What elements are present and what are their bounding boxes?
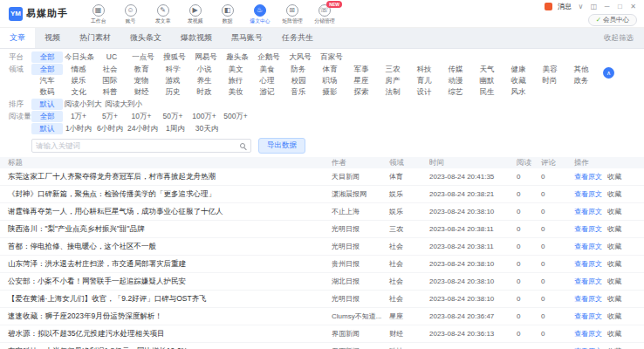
filter-chip[interactable]: 500万+ xyxy=(220,111,251,122)
favorite-link[interactable]: 收藏 xyxy=(607,190,621,198)
filter-chip[interactable]: 百家号 xyxy=(316,51,347,63)
view-original-link[interactable]: 查看原文 xyxy=(574,243,602,250)
filter-chip[interactable]: 24小时内 xyxy=(126,123,160,134)
row-title[interactable]: 山东菏泽：洪水退去村庄扫淤，市交通局部署灾后重建 xyxy=(0,259,332,270)
theme-icon[interactable]: ◫ xyxy=(590,3,598,10)
filter-chip[interactable]: 风水 xyxy=(503,86,534,98)
tab-文章[interactable]: 文章 xyxy=(0,28,35,48)
filter-chip[interactable]: 30天内 xyxy=(191,123,223,134)
view-original-link[interactable]: 查看原文 xyxy=(574,208,602,216)
filter-chip[interactable]: 防务 xyxy=(283,64,314,75)
filter-chip[interactable]: 阅读大到小 xyxy=(104,99,145,110)
filter-chip[interactable]: 校园 xyxy=(283,75,314,86)
view-original-link[interactable]: 查看原文 xyxy=(574,295,602,303)
filter-chip[interactable]: 10万+ xyxy=(126,111,157,122)
filter-chip[interactable]: 心理 xyxy=(251,75,283,86)
filter-chip[interactable]: 大风号 xyxy=(284,51,316,63)
filter-chip[interactable]: 幽默 xyxy=(471,75,503,86)
filter-chip[interactable]: 趣头条 xyxy=(222,51,253,63)
user-name[interactable]: 消息 xyxy=(558,2,572,11)
filter-chip[interactable]: 养生 xyxy=(188,75,220,86)
favorite-link[interactable]: 收藏 xyxy=(607,225,621,233)
filter-chip[interactable]: 综艺 xyxy=(440,86,471,98)
tab-任务共生[interactable]: 任务共生 xyxy=(272,28,323,48)
filter-chip[interactable]: 汽车 xyxy=(31,75,63,86)
favorite-link[interactable]: 收藏 xyxy=(607,277,621,285)
nav-item-matrix[interactable]: ⊞矩阵管理 xyxy=(276,3,308,25)
filter-chip[interactable]: 旅行 xyxy=(220,75,251,86)
filter-chip[interactable]: 网易号 xyxy=(190,51,222,63)
filter-chip[interactable]: 财经 xyxy=(126,86,157,98)
view-original-link[interactable]: 查看原文 xyxy=(574,260,602,268)
filter-chip[interactable]: 科技 xyxy=(408,64,440,75)
filter-chip[interactable]: 游戏 xyxy=(157,75,188,86)
filter-chip[interactable]: 小说 xyxy=(188,64,220,75)
row-title[interactable]: 东莞这家工厂十人齐聚夺得龙舟赛冠军后，村市再掀起龙舟热潮 xyxy=(0,172,332,182)
nav-item-distribution[interactable]: ☏分销管理NEW xyxy=(308,3,340,25)
row-title[interactable]: 左安科技：上半年归母净利润1.8亿元，同比增长19.6% xyxy=(0,346,332,349)
nav-item-hot-article[interactable]: ♨爆文中心 xyxy=(243,3,276,25)
tab-热门素材[interactable]: 热门素材 xyxy=(70,28,120,48)
tab-爆款视频[interactable]: 爆款视频 xyxy=(171,28,222,48)
search-icon[interactable] xyxy=(240,143,245,148)
tab-黑马账号[interactable]: 黑马账号 xyxy=(222,28,272,48)
chevron-down-icon[interactable]: ∨ xyxy=(577,3,585,10)
filter-chip[interactable]: 全部 xyxy=(31,64,63,75)
filter-chip[interactable]: 教育 xyxy=(126,64,157,75)
filter-chip[interactable]: 育儿 xyxy=(408,75,440,86)
filter-chip[interactable]: 动漫 xyxy=(440,75,471,86)
filter-chip[interactable]: 5万+ xyxy=(94,111,126,122)
filter-chip[interactable]: 6小时内 xyxy=(94,123,126,134)
favorite-link[interactable]: 收藏 xyxy=(607,312,621,320)
filter-chip[interactable]: 游记 xyxy=(251,86,283,98)
filter-chip[interactable]: 全部 xyxy=(31,51,63,63)
filter-chip[interactable]: 军事 xyxy=(346,64,377,75)
filter-chip[interactable]: 三农 xyxy=(377,64,408,75)
filter-chip[interactable]: 国际 xyxy=(94,75,126,86)
collapse-filter-link[interactable]: 收起筛选 xyxy=(604,28,634,49)
filter-chip[interactable]: 天气 xyxy=(471,64,503,75)
tab-微头条文[interactable]: 微头条文 xyxy=(120,28,171,48)
collapse-chevron-button[interactable]: ∧ xyxy=(603,67,614,79)
filter-chip[interactable]: 50万+ xyxy=(157,111,188,122)
filter-chip[interactable]: 文化 xyxy=(63,86,94,98)
tab-视频[interactable]: 视频 xyxy=(35,28,70,48)
row-title[interactable]: 《封神》口碑新篇，聚焦点：检验传播美学的「更多追求心理」 xyxy=(0,189,332,200)
filter-chip[interactable]: 科普 xyxy=(94,86,126,98)
row-title[interactable]: 【爱在黄浦·上海女儿们】收官，「9.2好评」口碑与OST齐飞 xyxy=(0,294,332,305)
close-icon[interactable]: ✕ xyxy=(629,3,637,10)
filter-chip[interactable]: 其他 xyxy=(565,64,597,75)
filter-chip[interactable]: 收藏 xyxy=(503,75,534,86)
view-original-link[interactable]: 查看原文 xyxy=(574,173,602,181)
filter-chip[interactable]: 默认 xyxy=(31,123,63,134)
filter-chip[interactable]: 科学 xyxy=(157,64,188,75)
filter-chip[interactable]: 历史 xyxy=(157,86,188,98)
row-title[interactable]: 碧水源：拟以不超35亿元投建污水处理相关项目 xyxy=(0,329,332,339)
favorite-link[interactable]: 收藏 xyxy=(607,295,621,303)
member-center-button[interactable]: ✓会员中心 xyxy=(588,14,637,26)
filter-chip[interactable]: 社会 xyxy=(94,64,126,75)
filter-chip[interactable]: 搜狐号 xyxy=(159,51,190,63)
filter-chip[interactable]: 1小时内 xyxy=(63,123,94,134)
view-original-link[interactable]: 查看原文 xyxy=(574,330,602,338)
filter-chip[interactable]: 数码 xyxy=(31,86,63,98)
view-original-link[interactable]: 查看原文 xyxy=(574,312,602,320)
filter-chip[interactable]: 音乐 xyxy=(283,86,314,98)
filter-chip[interactable]: 民生 xyxy=(471,86,503,98)
favorite-link[interactable]: 收藏 xyxy=(607,260,621,268)
filter-chip[interactable]: 政务 xyxy=(565,75,597,86)
filter-chip[interactable]: 美食 xyxy=(251,64,283,75)
nav-item-account[interactable]: ☺账号 xyxy=(114,3,147,25)
filter-chip[interactable]: 法制 xyxy=(377,86,408,98)
filter-chip[interactable]: 职场 xyxy=(314,75,346,86)
maximize-icon[interactable]: □ xyxy=(616,3,624,10)
export-data-button[interactable]: 导出数据 xyxy=(258,138,305,154)
view-original-link[interactable]: 查看原文 xyxy=(574,190,602,198)
search-input[interactable] xyxy=(32,141,240,150)
filter-chip[interactable]: 时政 xyxy=(188,86,220,98)
favorite-link[interactable]: 收藏 xyxy=(607,173,621,181)
minimize-icon[interactable]: ─ xyxy=(603,3,611,10)
nav-item-data[interactable]: ◧数据 xyxy=(211,3,243,25)
filter-chip[interactable]: 设计 xyxy=(408,86,440,98)
nav-item-workbench[interactable]: ▦工作台 xyxy=(82,3,114,25)
